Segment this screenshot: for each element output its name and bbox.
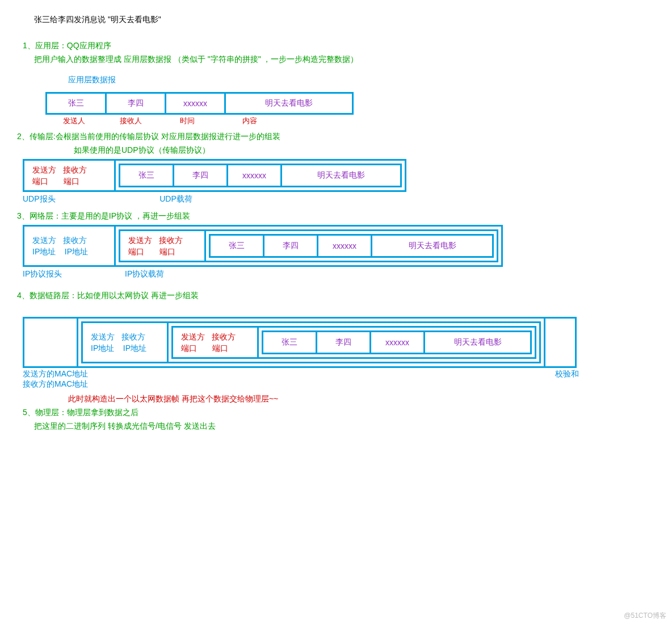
eth-ip-header: 发送方 接收方 IP地址 IP地址	[83, 323, 169, 362]
eth-c2: 李四	[317, 332, 371, 353]
eth-checksum	[544, 319, 575, 366]
app-pkt-label: 应用层数据报	[68, 75, 655, 85]
eth-payload-ip: 发送方 接收方 IP地址 IP地址 发送方 接收方 端口 端口 张三 李四 xx…	[81, 321, 541, 363]
eth-udp: 发送方 接收方 端口 端口 张三 李四 xxxxxx 明天去看电影	[171, 326, 536, 359]
link-note: 此时就构造出一个以太网数据帧 再把这个数据交给物理层~~	[68, 394, 655, 404]
layer-net-title: 3、网络层：主要是用的是IP协议 ，再进一步组装	[17, 211, 655, 221]
udp-payload: 张三 李四 xxxxxx 明天去看电影	[119, 164, 402, 187]
layer-app-sub: 把用户输入的数据整理成 应用层数据报 （类似于 "字符串的拼接" ，一步一步构造…	[34, 55, 655, 65]
udp-c3: xxxxxx	[228, 165, 282, 186]
col-label-sender: 发送人	[45, 116, 102, 126]
ip-c4: 明天去看电影	[372, 236, 492, 256]
ip-payload-udp: 发送方 接收方 端口 端口 张三 李四 xxxxxx 明天去看电影	[119, 229, 498, 262]
app-cell-receiver: 李四	[107, 94, 166, 113]
intro-text: 张三给李四发消息说 "明天去看电影"	[34, 15, 655, 25]
ip-c3: xxxxxx	[318, 236, 372, 256]
layer-phy-title: 5、物理层：物理层拿到数据之后	[23, 408, 655, 418]
udp-header: 发送方 接收方 端口 端口	[24, 161, 116, 190]
ip-packet: 发送方 接收方 IP地址 IP地址 发送方 接收方 端口 端口 张三 李四 xx…	[23, 225, 503, 267]
layer-app-title: 1、应用层：QQ应用程序	[23, 41, 655, 51]
udp-c4: 明天去看电影	[282, 165, 400, 186]
col-label-content: 内容	[216, 116, 284, 126]
app-cell-time: xxxxxx	[166, 94, 226, 113]
eth-left-cap2: 接收方的MAC地址	[23, 379, 88, 390]
ip-c1: 张三	[211, 236, 264, 256]
ip-header: 发送方 接收方 IP地址 IP地址	[24, 227, 116, 265]
ip-udp-payload: 张三 李四 xxxxxx 明天去看电影	[209, 234, 494, 258]
col-label-time: 时间	[159, 116, 216, 126]
udp-header-caption: UDP报头	[23, 194, 119, 204]
ip-payload-caption: IP协议载荷	[125, 269, 238, 279]
eth-header	[24, 319, 78, 366]
ip-c2: 李四	[264, 236, 318, 256]
eth-right-cap: 校验和	[555, 369, 579, 390]
udp-c2: 李四	[174, 165, 228, 186]
eth-c3: xxxxxx	[371, 332, 425, 353]
layer-trans-title: 2、传输层:会根据当前使用的传输层协议 对应用层数据报进行进一步的组装	[17, 132, 655, 142]
eth-udp-header: 发送方 接收方 端口 端口	[173, 328, 259, 357]
app-cell-sender: 张三	[47, 94, 107, 113]
app-packet: 张三 李四 xxxxxx 明天去看电影	[45, 92, 354, 115]
layer-phy-sub: 把这里的二进制序列 转换成光信号/电信号 发送出去	[34, 421, 655, 432]
col-label-receiver: 接收人	[102, 116, 159, 126]
app-cell-content: 明天去看电影	[226, 94, 352, 113]
eth-left-cap1: 发送方的MAC地址	[23, 369, 88, 379]
eth-app: 张三 李四 xxxxxx 明天去看电影	[262, 330, 532, 354]
ip-udp-header: 发送方 接收方 端口 端口	[120, 231, 206, 261]
eth-c1: 张三	[263, 332, 317, 353]
ip-header-caption: IP协议报头	[23, 269, 125, 279]
layer-link-title: 4、数据链路层：比如使用以太网协议 再进一步组装	[17, 291, 655, 301]
udp-c1: 张三	[120, 165, 174, 186]
eth-c4: 明天去看电影	[425, 332, 530, 353]
layer-trans-sub: 如果使用的是UDP协议（传输层协议）	[74, 145, 655, 156]
udp-packet: 发送方 接收方 端口 端口 张三 李四 xxxxxx 明天去看电影	[23, 159, 406, 192]
eth-frame: 发送方 接收方 IP地址 IP地址 发送方 接收方 端口 端口 张三 李四 xx…	[23, 317, 577, 368]
udp-payload-caption: UDP载荷	[119, 194, 233, 204]
